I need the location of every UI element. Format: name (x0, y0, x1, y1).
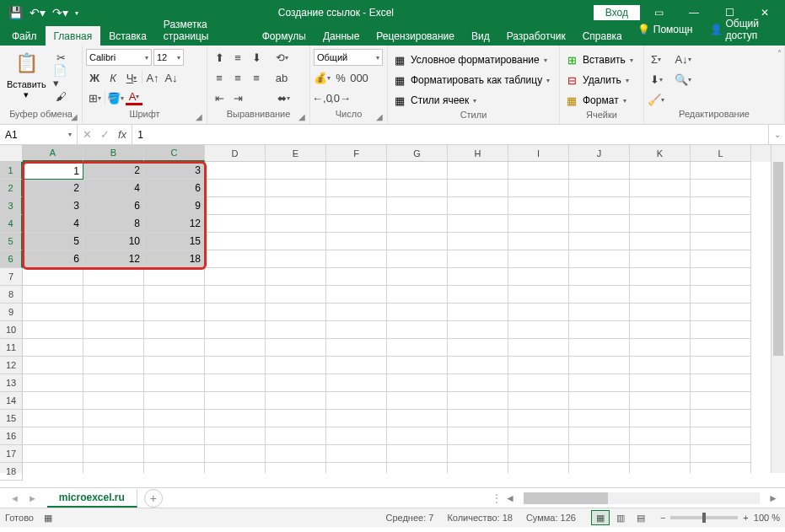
cell[interactable] (23, 268, 83, 286)
cell[interactable] (508, 233, 569, 250)
cell[interactable] (691, 233, 751, 250)
cell[interactable]: 9 (144, 197, 205, 215)
new-sheet-button[interactable]: + (144, 489, 163, 508)
cell[interactable] (387, 427, 448, 445)
cell[interactable] (569, 268, 630, 286)
tell-me-button[interactable]: 💡Помощн (631, 19, 700, 40)
cell[interactable] (326, 215, 387, 233)
tab-file[interactable]: Файл (3, 26, 46, 46)
cell[interactable] (448, 463, 508, 473)
tab-developer[interactable]: Разработчик (498, 26, 574, 46)
qat-customize-icon[interactable]: ▾ (75, 9, 78, 17)
fill-button[interactable]: ⬇▾ (648, 71, 664, 88)
cell[interactable] (691, 286, 751, 304)
cell[interactable] (266, 286, 326, 304)
cell[interactable] (144, 410, 205, 427)
cell[interactable] (326, 339, 387, 357)
cell[interactable] (266, 250, 326, 268)
cell[interactable]: 8 (83, 215, 144, 233)
cell[interactable] (326, 197, 387, 215)
column-header[interactable]: B (83, 145, 144, 162)
cell[interactable] (326, 250, 387, 268)
copy-button[interactable]: 📄▾ (53, 68, 70, 85)
cell[interactable] (326, 357, 387, 374)
cell[interactable] (387, 357, 448, 374)
cell[interactable] (691, 197, 751, 215)
cell[interactable] (387, 321, 448, 339)
borders-button[interactable]: ⊞▾ (86, 89, 103, 106)
align-left-button[interactable]: ≡ (211, 69, 228, 86)
sheet-tab[interactable]: microexcel.ru (47, 489, 137, 508)
cell[interactable] (23, 286, 83, 304)
cell[interactable] (569, 233, 630, 250)
cell[interactable] (630, 162, 691, 180)
cell[interactable]: 2 (23, 180, 83, 197)
cell[interactable] (387, 463, 448, 473)
vscroll-thumb[interactable] (773, 162, 783, 356)
cell[interactable] (448, 268, 508, 286)
view-normal-button[interactable]: ▦ (591, 510, 610, 525)
cell[interactable] (387, 339, 448, 357)
bold-button[interactable]: Ж (86, 69, 103, 86)
sheet-next-icon[interactable]: ► (28, 493, 37, 503)
cell[interactable] (205, 321, 266, 339)
cell[interactable]: 4 (23, 215, 83, 233)
row-header[interactable]: 6 (0, 250, 23, 268)
fill-color-button[interactable]: 🪣▾ (107, 89, 124, 106)
cell[interactable] (448, 233, 508, 250)
tab-view[interactable]: Вид (463, 26, 498, 46)
row-header[interactable]: 14 (0, 392, 23, 410)
zoom-slider[interactable] (670, 516, 738, 519)
cell[interactable] (508, 304, 569, 321)
hscroll-left-icon[interactable]: ◄ (505, 492, 515, 504)
cell[interactable] (569, 197, 630, 215)
cell[interactable] (691, 250, 751, 268)
share-button[interactable]: 👤Общий доступ (703, 13, 782, 46)
cell[interactable] (691, 339, 751, 357)
cell[interactable] (83, 410, 144, 427)
cell[interactable] (630, 445, 691, 463)
view-page-layout-button[interactable]: ▥ (611, 510, 630, 525)
cell[interactable] (630, 374, 691, 392)
cell[interactable]: 15 (144, 233, 205, 250)
cell[interactable] (23, 410, 83, 427)
cell[interactable] (205, 427, 266, 445)
grow-font-button[interactable]: A↑ (144, 69, 161, 86)
vertical-scrollbar[interactable] (771, 145, 785, 473)
cell[interactable] (630, 304, 691, 321)
format-cells-button[interactable]: ▦Формат▾ (563, 91, 635, 110)
macro-record-icon[interactable]: ▦ (44, 513, 52, 524)
wrap-text-button[interactable]: ab (273, 69, 290, 86)
tab-formulas[interactable]: Формулы (254, 26, 315, 46)
cell[interactable] (448, 215, 508, 233)
cell[interactable] (448, 321, 508, 339)
cell[interactable]: 6 (83, 197, 144, 215)
cell[interactable] (630, 339, 691, 357)
cell[interactable] (266, 427, 326, 445)
cell[interactable] (83, 268, 144, 286)
cell[interactable] (205, 233, 266, 250)
cell[interactable] (691, 410, 751, 427)
cell[interactable] (387, 233, 448, 250)
column-header[interactable]: D (205, 145, 266, 162)
cell[interactable] (508, 445, 569, 463)
cell[interactable] (569, 392, 630, 410)
cell[interactable]: 12 (83, 250, 144, 268)
column-header[interactable]: K (630, 145, 691, 162)
cell[interactable] (266, 268, 326, 286)
tab-review[interactable]: Рецензирование (368, 26, 463, 46)
row-header[interactable]: 12 (0, 357, 23, 374)
cell[interactable] (144, 427, 205, 445)
shrink-font-button[interactable]: A↓ (163, 69, 180, 86)
cell[interactable] (266, 162, 326, 180)
align-middle-button[interactable]: ≡ (229, 49, 246, 66)
cell[interactable] (266, 374, 326, 392)
row-header[interactable]: 18 (0, 463, 23, 481)
cell[interactable] (448, 445, 508, 463)
cell[interactable] (266, 197, 326, 215)
cell[interactable] (508, 321, 569, 339)
align-top-button[interactable]: ⬆ (211, 49, 228, 66)
cell[interactable] (691, 180, 751, 197)
collapse-ribbon-icon[interactable]: ˄ (777, 49, 782, 58)
cell[interactable] (508, 427, 569, 445)
